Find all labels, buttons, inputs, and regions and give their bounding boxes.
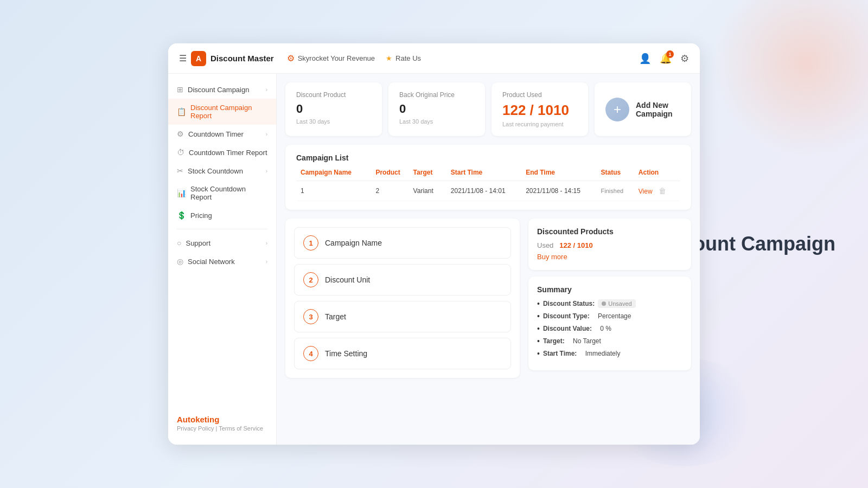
summary-key-type: Discount Type: <box>543 312 590 320</box>
timer-report-icon: ⏱ <box>177 148 184 157</box>
used-label: Used <box>537 241 553 249</box>
terms-of-service-link[interactable]: Terms of Service <box>219 425 263 432</box>
header: ☰ A Discount Master ⚙ Skyrocket Your Rev… <box>168 43 700 74</box>
table-row: 1 2 Variant 2021/11/08 - 14:01 2021/11/0… <box>296 181 680 201</box>
sidebar-brand: Autoketing <box>177 415 267 424</box>
delete-action-btn[interactable]: 🗑 <box>659 187 666 195</box>
row-end-time: 2021/11/08 - 14:15 <box>526 187 601 195</box>
header-nav: ⚙ Skyrocket Your Revenue ★ Rate Us <box>287 53 421 63</box>
sidebar-item-countdown-timer[interactable]: ⚙ Countdown Timer › <box>168 125 276 143</box>
bell-icon-btn[interactable]: 🔔 1 <box>660 53 672 65</box>
summary-item-discount-type: Discount Type: Percentage <box>537 312 682 320</box>
summary-key-value: Discount Value: <box>543 325 592 332</box>
form-steps-card: 1 Campaign Name 2 Discount Unit 3 Target… <box>285 219 520 378</box>
chevron-right-icon: › <box>266 168 267 174</box>
unsaved-label: Unsaved <box>608 300 631 307</box>
summary-card: Summary Discount Status: Unsaved Discou <box>528 277 691 370</box>
th-action: Action <box>639 169 676 176</box>
table-header: Campaign Name Product Target Start Time … <box>296 169 680 181</box>
settings-icon-btn[interactable]: ⚙ <box>680 53 689 65</box>
report-icon: 📋 <box>177 107 186 116</box>
th-product: Product <box>375 169 413 176</box>
summary-val-type: Percentage <box>598 312 631 320</box>
main-window: ☰ A Discount Master ⚙ Skyrocket Your Rev… <box>168 43 700 445</box>
add-new-label: Add New Campaign <box>636 101 680 118</box>
summary-key-target: Target: <box>543 337 565 345</box>
campaign-list-card: Campaign List Campaign Name Product Targ… <box>285 145 691 210</box>
step-campaign-name[interactable]: 1 Campaign Name <box>294 227 511 259</box>
sidebar-item-label: Countdown Timer <box>188 130 261 138</box>
row-start-time: 2021/11/08 - 14:01 <box>451 187 526 195</box>
notif-badge: 1 <box>666 50 674 58</box>
header-right: 👤 🔔 1 ⚙ <box>639 53 689 65</box>
plus-icon: + <box>614 103 621 116</box>
stock-report-icon: 📊 <box>177 189 186 197</box>
sidebar: ⊞ Discount Campaign › 📋 Discount Campaig… <box>168 74 277 445</box>
summary-item-start-time: Start Time: Immediately <box>537 349 682 358</box>
unsaved-dot <box>602 301 606 306</box>
row-campaign-name: 1 <box>301 187 375 195</box>
sidebar-item-support[interactable]: ○ Support › <box>168 234 276 252</box>
th-status: Status <box>601 169 639 176</box>
back-original-card: Back Original Price 0 Last 30 days <box>388 82 485 136</box>
row-target: Variant <box>413 187 451 195</box>
summary-key-start-time: Start Time: <box>543 350 577 357</box>
discounted-products-title: Discounted Products <box>537 227 682 236</box>
chevron-right-icon: › <box>266 259 267 265</box>
th-start-time: Start Time <box>451 169 526 176</box>
sidebar-item-social-network[interactable]: ◎ Social Network › <box>168 252 276 271</box>
sidebar-item-stock-countdown[interactable]: ✂ Stock Countdown › <box>168 162 276 180</box>
sidebar-item-label: Stock Countdown <box>188 167 261 175</box>
step-num-4: 4 <box>303 346 318 361</box>
summary-val-value: 0 % <box>600 325 611 332</box>
summary-list: Discount Status: Unsaved Discount Type: … <box>537 299 682 358</box>
step-discount-unit[interactable]: 2 Discount Unit <box>294 264 511 296</box>
sidebar-item-countdown-timer-report[interactable]: ⏱ Countdown Timer Report <box>168 143 276 162</box>
campaign-list-title: Campaign List <box>296 153 680 162</box>
sidebar-links: Privacy Policy | Terms of Service <box>177 425 267 432</box>
main-content: Discount Product 0 Last 30 days Back Ori… <box>277 74 700 445</box>
summary-item-target: Target: No Target <box>537 337 682 345</box>
summary-title: Summary <box>537 285 682 294</box>
unsaved-badge: Unsaved <box>598 299 635 308</box>
step-time-setting[interactable]: 4 Time Setting <box>294 338 511 369</box>
social-network-icon: ◎ <box>177 257 183 266</box>
stock-countdown-icon: ✂ <box>177 166 183 175</box>
pricing-icon: 💲 <box>177 211 186 220</box>
th-end-time: End Time <box>526 169 601 176</box>
add-new-campaign-card[interactable]: + Add New Campaign <box>595 82 691 136</box>
campaign-table: Campaign Name Product Target Start Time … <box>296 169 680 201</box>
chevron-right-icon: › <box>266 131 267 137</box>
summary-key-status: Discount Status: <box>543 300 595 307</box>
sidebar-item-discount-campaign-report[interactable]: 📋 Discount Campaign Report <box>168 99 276 125</box>
sidebar-item-discount-campaign[interactable]: ⊞ Discount Campaign › <box>168 80 276 99</box>
hamburger-icon[interactable]: ☰ <box>179 53 187 63</box>
skyrocket-label: Skyrocket Your Revenue <box>298 54 375 62</box>
back-original-label: Back Original Price <box>399 91 474 99</box>
sidebar-item-label: Stock Countdown Report <box>190 185 267 201</box>
row-product: 2 <box>375 187 413 195</box>
lower-section: 1 Campaign Name 2 Discount Unit 3 Target… <box>285 219 691 378</box>
skyrocket-icon: ⚙ <box>287 53 295 63</box>
product-used-card: Product Used 122 / 1010 Last recurring p… <box>492 82 588 136</box>
row-status: Finished <box>601 188 639 194</box>
product-used-sub: Last recurring payment <box>502 121 577 127</box>
summary-item-discount-value: Discount Value: 0 % <box>537 324 682 333</box>
step-target[interactable]: 3 Target <box>294 301 511 332</box>
add-campaign-circle-btn[interactable]: + <box>605 98 629 121</box>
sidebar-item-pricing[interactable]: 💲 Pricing <box>168 206 276 224</box>
skyrocket-nav-item[interactable]: ⚙ Skyrocket Your Revenue <box>287 53 375 63</box>
user-icon-btn[interactable]: 👤 <box>639 53 651 65</box>
sidebar-item-stock-countdown-report[interactable]: 📊 Stock Countdown Report <box>168 180 276 206</box>
rate-us-nav-item[interactable]: ★ Rate Us <box>386 54 421 62</box>
view-action-btn[interactable]: View <box>639 188 653 195</box>
discount-product-value: 0 <box>296 102 371 116</box>
privacy-policy-link[interactable]: Privacy Policy <box>177 425 214 432</box>
app-title: Discount Master <box>210 54 274 63</box>
summary-val-target: No Target <box>573 337 601 345</box>
chevron-right-icon: › <box>266 87 267 93</box>
th-campaign-name: Campaign Name <box>301 169 375 176</box>
step-num-1: 1 <box>303 235 318 251</box>
step-label-2: Discount Unit <box>325 275 370 284</box>
buy-more-link[interactable]: Buy more <box>537 253 567 261</box>
